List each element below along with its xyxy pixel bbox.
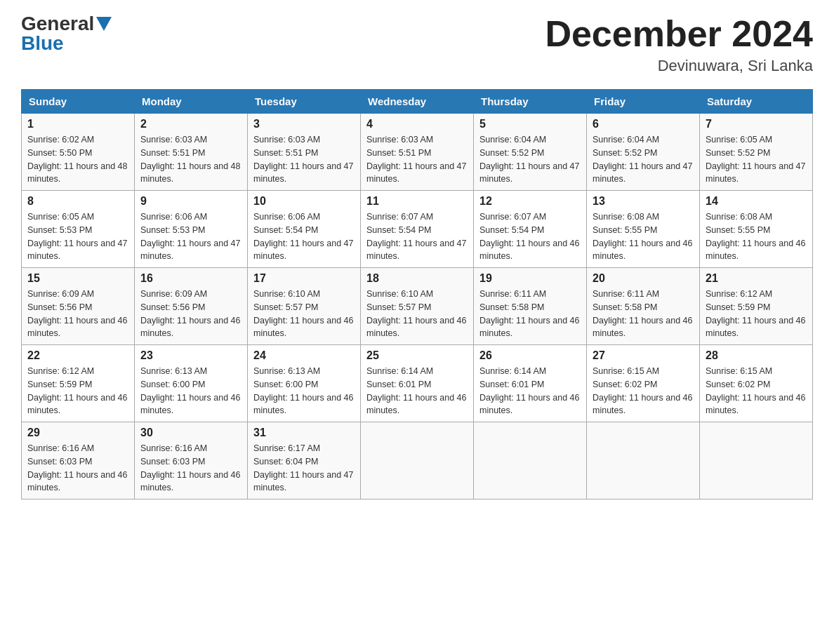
day-info: Sunrise: 6:06 AM Sunset: 5:54 PM Dayligh… bbox=[253, 210, 355, 263]
day-info: Sunrise: 6:15 AM Sunset: 6:02 PM Dayligh… bbox=[706, 365, 807, 417]
day-number: 7 bbox=[706, 118, 807, 130]
day-cell-1: 1 Sunrise: 6:02 AM Sunset: 5:50 PM Dayli… bbox=[22, 114, 135, 191]
day-info: Sunrise: 6:10 AM Sunset: 5:57 PM Dayligh… bbox=[366, 288, 468, 340]
weekday-header-saturday: Saturday bbox=[700, 90, 813, 114]
day-cell-22: 22 Sunrise: 6:12 AM Sunset: 5:59 PM Dayl… bbox=[22, 345, 135, 422]
day-number: 27 bbox=[593, 349, 694, 362]
day-number: 13 bbox=[593, 195, 694, 208]
svg-marker-0 bbox=[96, 17, 112, 31]
day-info: Sunrise: 6:13 AM Sunset: 6:00 PM Dayligh… bbox=[253, 365, 355, 417]
day-cell-6: 6 Sunrise: 6:04 AM Sunset: 5:52 PM Dayli… bbox=[587, 114, 700, 191]
day-info: Sunrise: 6:07 AM Sunset: 5:54 PM Dayligh… bbox=[479, 210, 581, 263]
day-number: 21 bbox=[706, 272, 807, 285]
day-info: Sunrise: 6:06 AM Sunset: 5:53 PM Dayligh… bbox=[140, 210, 241, 263]
day-cell-25: 25 Sunrise: 6:14 AM Sunset: 6:01 PM Dayl… bbox=[361, 345, 474, 422]
week-row-4: 22 Sunrise: 6:12 AM Sunset: 5:59 PM Dayl… bbox=[22, 345, 813, 422]
day-info: Sunrise: 6:09 AM Sunset: 5:56 PM Dayligh… bbox=[27, 288, 128, 340]
day-cell-16: 16 Sunrise: 6:09 AM Sunset: 5:56 PM Dayl… bbox=[135, 268, 248, 345]
day-cell-3: 3 Sunrise: 6:03 AM Sunset: 5:51 PM Dayli… bbox=[248, 114, 361, 191]
logo-blue-text: Blue bbox=[21, 34, 112, 53]
day-info: Sunrise: 6:15 AM Sunset: 6:02 PM Dayligh… bbox=[593, 365, 694, 417]
day-number: 1 bbox=[27, 118, 128, 130]
logo-arrow-icon bbox=[96, 17, 112, 32]
day-number: 6 bbox=[593, 118, 694, 130]
day-info: Sunrise: 6:11 AM Sunset: 5:58 PM Dayligh… bbox=[479, 288, 581, 340]
day-cell-21: 21 Sunrise: 6:12 AM Sunset: 5:59 PM Dayl… bbox=[700, 268, 813, 345]
day-cell-24: 24 Sunrise: 6:13 AM Sunset: 6:00 PM Dayl… bbox=[248, 345, 361, 422]
page-header: General Blue December 2024 Devinuwara, S… bbox=[21, 14, 813, 75]
weekday-header-tuesday: Tuesday bbox=[248, 90, 361, 114]
day-info: Sunrise: 6:14 AM Sunset: 6:01 PM Dayligh… bbox=[479, 365, 581, 417]
title-section: December 2024 Devinuwara, Sri Lanka bbox=[545, 14, 813, 75]
day-cell-14: 14 Sunrise: 6:08 AM Sunset: 5:55 PM Dayl… bbox=[700, 191, 813, 268]
day-info: Sunrise: 6:10 AM Sunset: 5:57 PM Dayligh… bbox=[253, 288, 355, 340]
weekday-header-thursday: Thursday bbox=[474, 90, 587, 114]
day-number: 28 bbox=[706, 349, 807, 362]
day-info: Sunrise: 6:17 AM Sunset: 6:04 PM Dayligh… bbox=[253, 442, 355, 495]
day-number: 12 bbox=[479, 195, 581, 208]
day-info: Sunrise: 6:03 AM Sunset: 5:51 PM Dayligh… bbox=[366, 133, 468, 186]
day-cell-18: 18 Sunrise: 6:10 AM Sunset: 5:57 PM Dayl… bbox=[361, 268, 474, 345]
day-cell-19: 19 Sunrise: 6:11 AM Sunset: 5:58 PM Dayl… bbox=[474, 268, 587, 345]
day-number: 23 bbox=[140, 349, 241, 362]
day-number: 30 bbox=[140, 427, 241, 439]
day-number: 31 bbox=[253, 427, 355, 439]
day-number: 2 bbox=[140, 118, 241, 130]
day-info: Sunrise: 6:11 AM Sunset: 5:58 PM Dayligh… bbox=[593, 288, 694, 340]
day-number: 9 bbox=[140, 195, 241, 208]
day-number: 4 bbox=[366, 118, 468, 130]
logo: General Blue bbox=[21, 14, 112, 53]
day-number: 8 bbox=[27, 195, 128, 208]
day-number: 5 bbox=[479, 118, 581, 130]
day-info: Sunrise: 6:08 AM Sunset: 5:55 PM Dayligh… bbox=[593, 210, 694, 263]
day-cell-2: 2 Sunrise: 6:03 AM Sunset: 5:51 PM Dayli… bbox=[135, 114, 248, 191]
weekday-header-monday: Monday bbox=[135, 90, 248, 114]
empty-cell-4-6 bbox=[700, 422, 813, 499]
day-info: Sunrise: 6:05 AM Sunset: 5:53 PM Dayligh… bbox=[27, 210, 128, 263]
day-cell-4: 4 Sunrise: 6:03 AM Sunset: 5:51 PM Dayli… bbox=[361, 114, 474, 191]
day-cell-11: 11 Sunrise: 6:07 AM Sunset: 5:54 PM Dayl… bbox=[361, 191, 474, 268]
day-cell-26: 26 Sunrise: 6:14 AM Sunset: 6:01 PM Dayl… bbox=[474, 345, 587, 422]
day-number: 19 bbox=[479, 272, 581, 285]
day-cell-8: 8 Sunrise: 6:05 AM Sunset: 5:53 PM Dayli… bbox=[22, 191, 135, 268]
empty-cell-4-5 bbox=[587, 422, 700, 499]
location-text: Devinuwara, Sri Lanka bbox=[545, 57, 813, 75]
day-number: 11 bbox=[366, 195, 468, 208]
calendar-table: SundayMondayTuesdayWednesdayThursdayFrid… bbox=[21, 89, 813, 499]
day-number: 14 bbox=[706, 195, 807, 208]
day-number: 26 bbox=[479, 349, 581, 362]
day-info: Sunrise: 6:02 AM Sunset: 5:50 PM Dayligh… bbox=[27, 133, 128, 186]
day-number: 16 bbox=[140, 272, 241, 285]
day-number: 10 bbox=[253, 195, 355, 208]
day-info: Sunrise: 6:12 AM Sunset: 5:59 PM Dayligh… bbox=[27, 365, 128, 417]
day-cell-5: 5 Sunrise: 6:04 AM Sunset: 5:52 PM Dayli… bbox=[474, 114, 587, 191]
day-cell-29: 29 Sunrise: 6:16 AM Sunset: 6:03 PM Dayl… bbox=[22, 422, 135, 499]
day-cell-15: 15 Sunrise: 6:09 AM Sunset: 5:56 PM Dayl… bbox=[22, 268, 135, 345]
day-info: Sunrise: 6:12 AM Sunset: 5:59 PM Dayligh… bbox=[706, 288, 807, 340]
logo-general-text: General bbox=[21, 14, 94, 34]
weekday-header-wednesday: Wednesday bbox=[361, 90, 474, 114]
day-info: Sunrise: 6:05 AM Sunset: 5:52 PM Dayligh… bbox=[706, 133, 807, 186]
day-info: Sunrise: 6:07 AM Sunset: 5:54 PM Dayligh… bbox=[366, 210, 468, 263]
day-info: Sunrise: 6:04 AM Sunset: 5:52 PM Dayligh… bbox=[479, 133, 581, 186]
day-number: 3 bbox=[253, 118, 355, 130]
day-cell-23: 23 Sunrise: 6:13 AM Sunset: 6:00 PM Dayl… bbox=[135, 345, 248, 422]
week-row-2: 8 Sunrise: 6:05 AM Sunset: 5:53 PM Dayli… bbox=[22, 191, 813, 268]
day-info: Sunrise: 6:16 AM Sunset: 6:03 PM Dayligh… bbox=[27, 442, 128, 495]
day-info: Sunrise: 6:13 AM Sunset: 6:00 PM Dayligh… bbox=[140, 365, 241, 417]
day-cell-10: 10 Sunrise: 6:06 AM Sunset: 5:54 PM Dayl… bbox=[248, 191, 361, 268]
day-number: 22 bbox=[27, 349, 128, 362]
day-info: Sunrise: 6:14 AM Sunset: 6:01 PM Dayligh… bbox=[366, 365, 468, 417]
day-cell-12: 12 Sunrise: 6:07 AM Sunset: 5:54 PM Dayl… bbox=[474, 191, 587, 268]
day-cell-30: 30 Sunrise: 6:16 AM Sunset: 6:03 PM Dayl… bbox=[135, 422, 248, 499]
day-info: Sunrise: 6:09 AM Sunset: 5:56 PM Dayligh… bbox=[140, 288, 241, 340]
day-cell-28: 28 Sunrise: 6:15 AM Sunset: 6:02 PM Dayl… bbox=[700, 345, 813, 422]
weekday-header-friday: Friday bbox=[587, 90, 700, 114]
day-number: 17 bbox=[253, 272, 355, 285]
day-cell-31: 31 Sunrise: 6:17 AM Sunset: 6:04 PM Dayl… bbox=[248, 422, 361, 499]
weekday-header-row: SundayMondayTuesdayWednesdayThursdayFrid… bbox=[22, 90, 813, 114]
week-row-1: 1 Sunrise: 6:02 AM Sunset: 5:50 PM Dayli… bbox=[22, 114, 813, 191]
empty-cell-4-4 bbox=[474, 422, 587, 499]
day-number: 29 bbox=[27, 427, 128, 439]
day-cell-9: 9 Sunrise: 6:06 AM Sunset: 5:53 PM Dayli… bbox=[135, 191, 248, 268]
